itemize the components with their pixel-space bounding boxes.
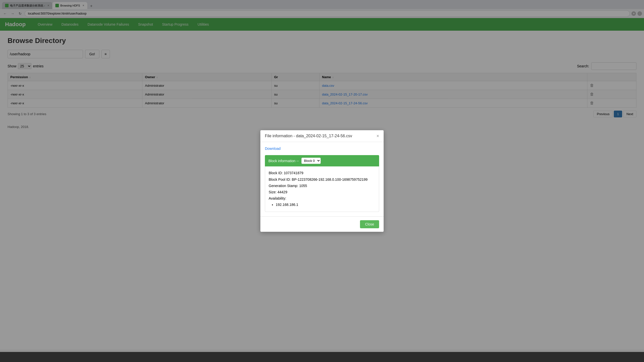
block-select[interactable]: Block 0 <box>301 158 321 164</box>
block-id-value-text: 1073741879 <box>284 171 303 175</box>
block-id-label: Block ID: <box>269 171 283 175</box>
size-value-text: 44429 <box>277 190 287 194</box>
download-link[interactable]: Download <box>265 147 280 151</box>
generation-stamp-row: Generation Stamp: 1055 <box>269 183 375 189</box>
generation-stamp-value-text: 1055 <box>299 184 307 188</box>
block-pool-value-text: BP-1223708266-192.168.0.100-169875975219… <box>292 177 368 182</box>
block-pool-label: Block Pool ID: <box>269 177 291 182</box>
modal-title: File information - data_2024-02-15_17-24… <box>265 134 352 138</box>
size-row: Size: 44429 <box>269 189 375 195</box>
block-details: Block ID: 1073741879 Block Pool ID: BP-1… <box>265 166 379 212</box>
modal-footer: Close <box>260 216 384 232</box>
availability-list: 192.168.186.1 <box>269 202 375 208</box>
block-info-header: Block information -- Block 0 <box>265 155 379 166</box>
availability-node-1: 192.168.186.1 <box>276 202 375 208</box>
block-id-row: Block ID: 1073741879 <box>269 170 375 176</box>
block-info-label: Block information -- <box>268 159 299 163</box>
generation-stamp-label: Generation Stamp: <box>269 184 298 188</box>
size-label: Size: <box>269 190 276 194</box>
file-info-modal: File information - data_2024-02-15_17-24… <box>260 130 384 232</box>
block-pool-row: Block Pool ID: BP-1223708266-192.168.0.1… <box>269 176 375 183</box>
modal-body: Download Block information -- Block 0 Bl… <box>260 142 384 216</box>
modal-header: File information - data_2024-02-15_17-24… <box>260 130 384 142</box>
modal-close-btn[interactable]: Close <box>360 220 379 228</box>
availability-row: Availability: 192.168.186.1 <box>269 195 375 208</box>
modal-overlay[interactable]: File information - data_2024-02-15_17-24… <box>0 0 644 349</box>
availability-label: Availability: <box>269 196 286 200</box>
modal-close-button[interactable]: × <box>376 134 379 138</box>
